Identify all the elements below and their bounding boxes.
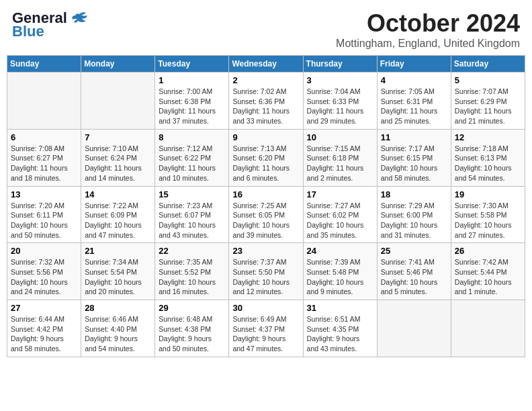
- calendar-day-cell: 30Sunrise: 6:49 AMSunset: 4:37 PMDayligh…: [229, 300, 303, 357]
- weekday-header-thursday: Thursday: [303, 56, 377, 73]
- calendar-table: SundayMondayTuesdayWednesdayThursdayFrid…: [7, 55, 525, 357]
- calendar-day-cell: 20Sunrise: 7:32 AMSunset: 5:56 PMDayligh…: [7, 243, 81, 300]
- calendar-day-cell: 6Sunrise: 7:08 AMSunset: 6:27 PMDaylight…: [7, 129, 81, 186]
- day-info: Sunrise: 7:07 AMSunset: 6:29 PMDaylight:…: [455, 87, 521, 126]
- calendar-day-cell: 13Sunrise: 7:20 AMSunset: 6:11 PMDayligh…: [7, 186, 81, 243]
- day-number: 31: [307, 303, 373, 313]
- day-number: 10: [307, 132, 373, 142]
- weekday-header-sunday: Sunday: [7, 56, 81, 73]
- day-info: Sunrise: 7:05 AMSunset: 6:31 PMDaylight:…: [381, 87, 447, 126]
- day-number: 7: [85, 132, 151, 142]
- day-info: Sunrise: 7:27 AMSunset: 6:02 PMDaylight:…: [307, 201, 373, 240]
- calendar-day-cell: 22Sunrise: 7:35 AMSunset: 5:52 PMDayligh…: [155, 243, 229, 300]
- calendar-week-row: 20Sunrise: 7:32 AMSunset: 5:56 PMDayligh…: [7, 243, 525, 300]
- calendar-day-cell: 23Sunrise: 7:37 AMSunset: 5:50 PMDayligh…: [229, 243, 303, 300]
- calendar-week-row: 13Sunrise: 7:20 AMSunset: 6:11 PMDayligh…: [7, 186, 525, 243]
- calendar-header-row: SundayMondayTuesdayWednesdayThursdayFrid…: [7, 56, 525, 73]
- day-info: Sunrise: 7:08 AMSunset: 6:27 PMDaylight:…: [11, 144, 77, 183]
- calendar-day-cell: 24Sunrise: 7:39 AMSunset: 5:48 PMDayligh…: [303, 243, 377, 300]
- calendar-day-cell: 15Sunrise: 7:23 AMSunset: 6:07 PMDayligh…: [155, 186, 229, 243]
- calendar-day-cell: 14Sunrise: 7:22 AMSunset: 6:09 PMDayligh…: [81, 186, 155, 243]
- day-info: Sunrise: 7:32 AMSunset: 5:56 PMDaylight:…: [11, 257, 77, 297]
- weekday-header-saturday: Saturday: [451, 56, 525, 73]
- calendar-day-cell: [377, 300, 451, 357]
- day-number: 24: [307, 246, 373, 256]
- title-block: October 2024 Mottingham, England, United…: [336, 9, 520, 50]
- day-info: Sunrise: 7:20 AMSunset: 6:11 PMDaylight:…: [11, 201, 77, 240]
- day-number: 3: [307, 75, 373, 85]
- calendar-day-cell: 21Sunrise: 7:34 AMSunset: 5:54 PMDayligh…: [81, 243, 155, 300]
- day-info: Sunrise: 7:12 AMSunset: 6:22 PMDaylight:…: [159, 144, 225, 183]
- calendar-day-cell: 7Sunrise: 7:10 AMSunset: 6:24 PMDaylight…: [81, 129, 155, 186]
- day-number: 25: [381, 246, 447, 256]
- weekday-header-friday: Friday: [377, 56, 451, 73]
- calendar-day-cell: 27Sunrise: 6:44 AMSunset: 4:42 PMDayligh…: [7, 300, 81, 357]
- day-info: Sunrise: 7:10 AMSunset: 6:24 PMDaylight:…: [85, 144, 151, 183]
- day-info: Sunrise: 7:35 AMSunset: 5:52 PMDaylight:…: [159, 257, 225, 297]
- calendar-day-cell: 10Sunrise: 7:15 AMSunset: 6:18 PMDayligh…: [303, 129, 377, 186]
- logo-blue-text: Blue: [12, 23, 44, 40]
- day-info: Sunrise: 7:41 AMSunset: 5:46 PMDaylight:…: [381, 257, 447, 297]
- day-number: 17: [307, 189, 373, 199]
- calendar-day-cell: 29Sunrise: 6:48 AMSunset: 4:38 PMDayligh…: [155, 300, 229, 357]
- day-info: Sunrise: 7:00 AMSunset: 6:38 PMDaylight:…: [159, 87, 225, 126]
- calendar-day-cell: 31Sunrise: 6:51 AMSunset: 4:35 PMDayligh…: [303, 300, 377, 357]
- day-info: Sunrise: 7:30 AMSunset: 5:58 PMDaylight:…: [455, 201, 521, 240]
- weekday-header-tuesday: Tuesday: [155, 56, 229, 73]
- weekday-header-wednesday: Wednesday: [229, 56, 303, 73]
- day-number: 5: [455, 75, 521, 85]
- day-info: Sunrise: 7:23 AMSunset: 6:07 PMDaylight:…: [159, 201, 225, 240]
- day-info: Sunrise: 7:25 AMSunset: 6:05 PMDaylight:…: [232, 201, 299, 240]
- day-number: 27: [11, 303, 77, 313]
- day-info: Sunrise: 6:48 AMSunset: 4:38 PMDaylight:…: [159, 314, 225, 354]
- day-number: 28: [85, 303, 151, 313]
- day-number: 19: [455, 189, 521, 199]
- day-info: Sunrise: 6:49 AMSunset: 4:37 PMDaylight:…: [232, 314, 299, 354]
- calendar-day-cell: 17Sunrise: 7:27 AMSunset: 6:02 PMDayligh…: [303, 186, 377, 243]
- day-info: Sunrise: 7:39 AMSunset: 5:48 PMDaylight:…: [307, 257, 373, 297]
- day-info: Sunrise: 7:42 AMSunset: 5:44 PMDaylight:…: [455, 257, 521, 297]
- day-number: 11: [381, 132, 447, 142]
- calendar-day-cell: 28Sunrise: 6:46 AMSunset: 4:40 PMDayligh…: [81, 300, 155, 357]
- day-number: 20: [11, 246, 77, 256]
- day-info: Sunrise: 7:02 AMSunset: 6:36 PMDaylight:…: [232, 87, 299, 126]
- calendar-day-cell: 3Sunrise: 7:04 AMSunset: 6:33 PMDaylight…: [303, 73, 377, 130]
- weekday-header-monday: Monday: [81, 56, 155, 73]
- day-number: 8: [159, 132, 225, 142]
- calendar-day-cell: 5Sunrise: 7:07 AMSunset: 6:29 PMDaylight…: [451, 73, 525, 130]
- calendar-day-cell: 11Sunrise: 7:17 AMSunset: 6:15 PMDayligh…: [377, 129, 451, 186]
- day-number: 23: [232, 246, 299, 256]
- day-number: 30: [232, 303, 299, 313]
- calendar-day-cell: 26Sunrise: 7:42 AMSunset: 5:44 PMDayligh…: [451, 243, 525, 300]
- calendar-day-cell: 19Sunrise: 7:30 AMSunset: 5:58 PMDayligh…: [451, 186, 525, 243]
- page-header: General Blue October 2024 Mottingham, En…: [7, 7, 525, 52]
- day-number: 2: [232, 75, 299, 85]
- calendar-week-row: 6Sunrise: 7:08 AMSunset: 6:27 PMDaylight…: [7, 129, 525, 186]
- day-info: Sunrise: 6:44 AMSunset: 4:42 PMDaylight:…: [11, 314, 77, 354]
- day-number: 29: [159, 303, 225, 313]
- day-number: 15: [159, 189, 225, 199]
- day-info: Sunrise: 7:17 AMSunset: 6:15 PMDaylight:…: [381, 144, 447, 183]
- day-number: 6: [11, 132, 77, 142]
- calendar-day-cell: [81, 73, 155, 130]
- day-info: Sunrise: 7:13 AMSunset: 6:20 PMDaylight:…: [232, 144, 299, 183]
- calendar-week-row: 1Sunrise: 7:00 AMSunset: 6:38 PMDaylight…: [7, 73, 525, 130]
- calendar-day-cell: 25Sunrise: 7:41 AMSunset: 5:46 PMDayligh…: [377, 243, 451, 300]
- day-info: Sunrise: 7:22 AMSunset: 6:09 PMDaylight:…: [85, 201, 151, 240]
- day-info: Sunrise: 7:18 AMSunset: 6:13 PMDaylight:…: [455, 144, 521, 183]
- calendar-week-row: 27Sunrise: 6:44 AMSunset: 4:42 PMDayligh…: [7, 300, 525, 357]
- day-info: Sunrise: 6:46 AMSunset: 4:40 PMDaylight:…: [85, 314, 151, 354]
- day-number: 13: [11, 189, 77, 199]
- day-number: 9: [232, 132, 299, 142]
- calendar-day-cell: 16Sunrise: 7:25 AMSunset: 6:05 PMDayligh…: [229, 186, 303, 243]
- day-number: 16: [232, 189, 299, 199]
- calendar-day-cell: 2Sunrise: 7:02 AMSunset: 6:36 PMDaylight…: [229, 73, 303, 130]
- day-number: 26: [455, 246, 521, 256]
- month-title: October 2024: [336, 9, 520, 38]
- day-info: Sunrise: 6:51 AMSunset: 4:35 PMDaylight:…: [307, 314, 373, 354]
- calendar-day-cell: 1Sunrise: 7:00 AMSunset: 6:38 PMDaylight…: [155, 73, 229, 130]
- day-number: 1: [159, 75, 225, 85]
- calendar-day-cell: 8Sunrise: 7:12 AMSunset: 6:22 PMDaylight…: [155, 129, 229, 186]
- day-info: Sunrise: 7:37 AMSunset: 5:50 PMDaylight:…: [232, 257, 299, 297]
- calendar-day-cell: [451, 300, 525, 357]
